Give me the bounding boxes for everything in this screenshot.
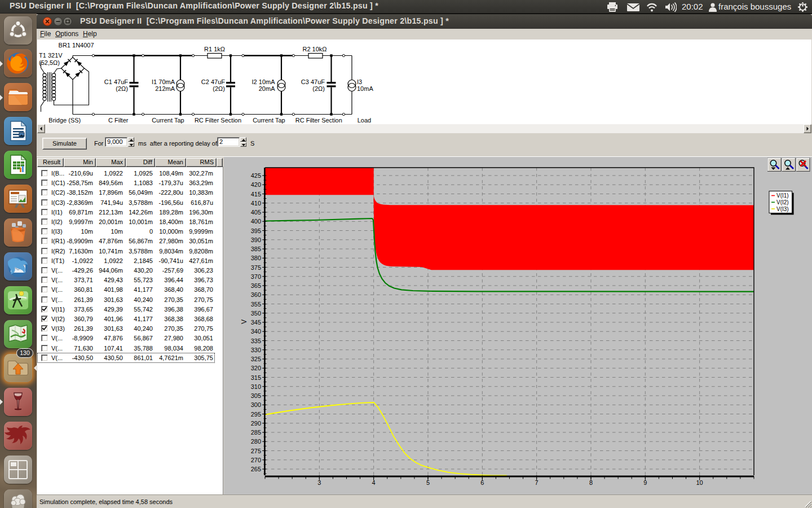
svg-text:275: 275 — [251, 448, 261, 454]
svg-text:395: 395 — [251, 227, 261, 234]
svg-text:290: 290 — [251, 420, 261, 427]
svg-text:C2 47uF: C2 47uF — [201, 78, 225, 85]
svg-text:Load: Load — [358, 117, 371, 124]
svg-text:365: 365 — [251, 282, 261, 289]
svg-text:415: 415 — [251, 191, 261, 198]
svg-text:BR1 1N4007: BR1 1N4007 — [59, 42, 94, 49]
svg-text:20mA: 20mA — [259, 85, 275, 92]
svg-text:360: 360 — [251, 291, 261, 298]
svg-text:C3 47uF: C3 47uF — [301, 78, 325, 85]
svg-text:V(I3): V(I3) — [776, 206, 789, 212]
svg-text:410: 410 — [251, 200, 261, 207]
svg-text:375: 375 — [251, 264, 261, 271]
svg-text:I2 10mA: I2 10mA — [252, 78, 276, 85]
svg-text:3: 3 — [317, 479, 321, 486]
svg-text:T1 321V: T1 321V — [39, 52, 63, 59]
svg-text:400: 400 — [251, 218, 261, 225]
svg-text:9: 9 — [643, 479, 647, 486]
svg-text:265: 265 — [251, 466, 261, 472]
svg-text:320: 320 — [251, 365, 261, 371]
svg-text:10mA: 10mA — [357, 85, 373, 92]
svg-text:405: 405 — [251, 209, 261, 216]
svg-text:7: 7 — [535, 479, 539, 486]
svg-text:RC Filter Section: RC Filter Section — [195, 117, 241, 124]
svg-text:212mA: 212mA — [155, 85, 175, 92]
svg-text:6: 6 — [480, 479, 484, 486]
svg-text:(52,5Ω): (52,5Ω) — [39, 59, 60, 66]
svg-text:R2 10kΩ: R2 10kΩ — [302, 46, 326, 52]
svg-text:380: 380 — [251, 255, 261, 261]
svg-text:Bridge (SS): Bridge (SS) — [48, 117, 81, 124]
svg-text:345: 345 — [251, 319, 261, 326]
svg-text:370: 370 — [251, 273, 261, 280]
svg-text:5: 5 — [426, 479, 430, 486]
svg-text:285: 285 — [251, 429, 261, 436]
svg-text:355: 355 — [251, 301, 261, 308]
svg-text:330: 330 — [251, 347, 261, 353]
svg-text:295: 295 — [251, 411, 261, 418]
svg-text:335: 335 — [251, 338, 261, 344]
svg-text:270: 270 — [251, 457, 261, 463]
svg-text:V(I1): V(I1) — [776, 192, 789, 199]
svg-text:280: 280 — [251, 438, 261, 445]
svg-text:Current Tap: Current Tap — [152, 117, 184, 124]
svg-text:(2Ω): (2Ω) — [213, 85, 225, 92]
svg-text:425: 425 — [251, 172, 261, 179]
svg-text:I3: I3 — [357, 78, 362, 85]
svg-text:315: 315 — [251, 374, 261, 381]
svg-text:Current Tap: Current Tap — [253, 117, 285, 124]
svg-text:420: 420 — [251, 181, 261, 188]
svg-text:V: V — [240, 319, 248, 324]
svg-text:C Filter: C Filter — [108, 117, 129, 124]
svg-text:V(I2): V(I2) — [776, 199, 789, 205]
svg-text:385: 385 — [251, 246, 261, 252]
svg-text:I1 70mA: I1 70mA — [152, 78, 175, 85]
svg-text:350: 350 — [251, 310, 261, 317]
svg-text:325: 325 — [251, 356, 261, 362]
svg-text:(2Ω): (2Ω) — [116, 85, 128, 92]
svg-text:310: 310 — [251, 383, 261, 390]
svg-text:4: 4 — [372, 479, 376, 486]
svg-text:R1 1kΩ: R1 1kΩ — [204, 46, 225, 52]
svg-text:10: 10 — [696, 479, 703, 486]
svg-text:(2Ω): (2Ω) — [312, 85, 325, 92]
svg-text:340: 340 — [251, 328, 261, 335]
svg-text:300: 300 — [251, 401, 261, 408]
svg-text:RC Filter Section: RC Filter Section — [295, 117, 342, 124]
svg-text:390: 390 — [251, 237, 261, 243]
svg-text:8: 8 — [589, 479, 593, 486]
svg-text:C1 47uF: C1 47uF — [104, 78, 128, 85]
svg-text:305: 305 — [251, 392, 261, 399]
